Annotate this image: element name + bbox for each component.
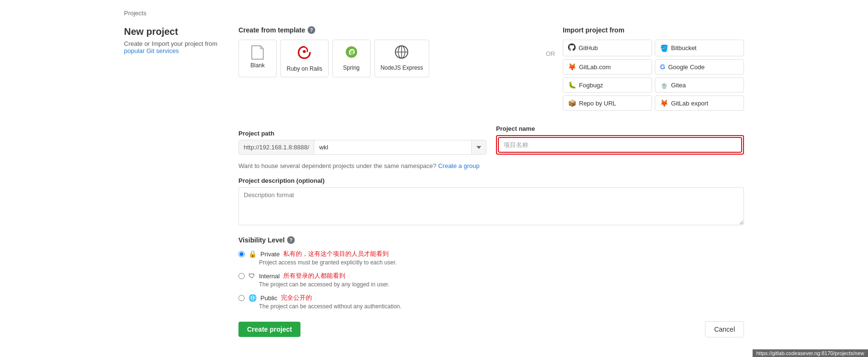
page-title: New project <box>124 26 229 37</box>
template-nodejs-label: NodeJS Express <box>381 64 423 71</box>
or-divider: OR <box>546 26 556 57</box>
visibility-private-content: 🔒 Private 私有的，这有这个项目的人员才能看到 Project acce… <box>248 250 397 266</box>
import-repourl[interactable]: 📦 Repo by URL <box>563 95 652 111</box>
path-prefix: http://192.168.1.8:8888/ <box>239 140 314 154</box>
description-group: Project description (optional) <box>238 177 744 227</box>
page-subtitle: Create or Import your project from popul… <box>124 40 229 54</box>
bitbucket-label: Bitbucket <box>671 44 696 52</box>
visibility-public-chinese: 完全公开的 <box>281 294 312 302</box>
template-grid: Blank Ruby on Rails <box>238 40 538 77</box>
popular-git-link[interactable]: popular Git services <box>124 47 179 54</box>
visibility-label: Visibility Level ? <box>238 236 744 244</box>
gitlabexport-label: GitLab export <box>671 100 708 107</box>
import-gitea[interactable]: 🍵 Gitea <box>655 77 744 93</box>
create-group-link[interactable]: Create a group <box>438 162 480 169</box>
github-icon <box>568 43 576 52</box>
import-github[interactable]: GitHub <box>563 40 652 56</box>
gitea-label: Gitea <box>671 82 686 89</box>
visibility-public-content: 🌐 Public 完全公开的 The project can be access… <box>248 294 402 310</box>
create-project-button[interactable]: Create project <box>238 322 300 337</box>
fogbugz-label: Fogbugz <box>579 82 603 89</box>
template-nodejs[interactable]: NodeJS Express <box>374 40 429 77</box>
google-icon: G <box>660 63 665 71</box>
description-textarea[interactable] <box>238 187 744 225</box>
spring-icon <box>339 45 364 63</box>
shield-icon: 🛡 <box>248 272 255 280</box>
svg-point-0 <box>303 50 306 53</box>
template-blank-label: Blank <box>245 62 270 69</box>
path-name-row: Project path http://192.168.1.8:8888/ Pr… <box>238 125 744 155</box>
import-bitbucket[interactable]: 🪣 Bitbucket <box>655 40 744 56</box>
gitea-icon: 🍵 <box>660 81 668 89</box>
path-dropdown[interactable] <box>471 140 486 154</box>
blank-icon <box>245 45 270 60</box>
template-rails[interactable]: Ruby on Rails <box>280 40 329 77</box>
bitbucket-icon: 🪣 <box>660 44 668 52</box>
visibility-private-chinese: 私有的，这有这个项目的人员才能看到 <box>283 250 389 258</box>
import-fogbugz[interactable]: 🐛 Fogbugz <box>563 77 652 93</box>
globe-icon: 🌐 <box>248 294 257 302</box>
import-googlecode[interactable]: G Google Code <box>655 59 744 74</box>
form-actions: Create project Cancel <box>238 321 744 337</box>
visibility-private: 🔒 Private 私有的，这有这个项目的人员才能看到 Project acce… <box>238 250 744 266</box>
project-name-input[interactable] <box>498 137 742 153</box>
description-label: Project description (optional) <box>238 177 744 184</box>
project-name-box <box>496 135 744 155</box>
visibility-help-icon[interactable]: ? <box>287 236 295 244</box>
project-name-label: Project name <box>496 125 744 132</box>
nodejs-icon <box>381 45 423 63</box>
repourl-icon: 📦 <box>568 99 576 107</box>
lock-icon: 🔒 <box>248 250 257 258</box>
project-form: Project path http://192.168.1.8:8888/ Pr… <box>238 125 744 337</box>
project-path-label: Project path <box>238 130 486 137</box>
repourl-label: Repo by URL <box>579 100 616 107</box>
path-input-wrapper: http://192.168.1.8:8888/ <box>238 140 486 155</box>
visibility-internal-content: 🛡 Internal 所有登录的人都能看到 The project can be… <box>248 272 390 288</box>
template-blank[interactable]: Blank <box>238 40 277 77</box>
visibility-internal-chinese: 所有登录的人都能看到 <box>283 272 345 280</box>
template-spring-label: Spring <box>339 64 364 71</box>
import-grid: GitHub 🪣 Bitbucket 🦊 GitLab.com G Go <box>563 40 744 111</box>
project-path-group: Project path http://192.168.1.8:8888/ <box>238 130 486 155</box>
breadcrumb: Projects <box>124 10 744 17</box>
project-path-input[interactable] <box>314 140 471 154</box>
visibility-private-radio[interactable] <box>238 251 245 257</box>
namespace-hint: Want to house several dependent projects… <box>238 162 744 169</box>
import-gitlab[interactable]: 🦊 GitLab.com <box>563 59 652 74</box>
googlecode-label: Google Code <box>668 63 705 71</box>
visibility-internal-desc: The project can be accessed by any logge… <box>259 281 390 288</box>
visibility-internal-radio[interactable] <box>238 273 245 279</box>
template-help-icon[interactable]: ? <box>308 26 315 34</box>
visibility-public: 🌐 Public 完全公开的 The project can be access… <box>238 294 744 310</box>
github-label: GitHub <box>579 44 598 52</box>
gitlab-label: GitLab.com <box>579 63 610 71</box>
visibility-public-name: Public <box>260 294 277 302</box>
visibility-group: Visibility Level ? 🔒 Private 私有的，这有这个项目的… <box>238 236 744 310</box>
import-gitlabexport[interactable]: 🦊 GitLab export <box>655 95 744 111</box>
visibility-private-name: Private <box>260 251 279 258</box>
gitlab-icon: 🦊 <box>568 63 576 71</box>
visibility-internal-name: Internal <box>259 273 279 280</box>
project-name-group: Project name <box>496 125 744 155</box>
visibility-internal: 🛡 Internal 所有登录的人都能看到 The project can be… <box>238 272 744 288</box>
template-rails-label: Ruby on Rails <box>287 65 322 72</box>
visibility-private-desc: Project access must be granted explicitl… <box>259 259 397 266</box>
template-spring[interactable]: Spring <box>332 40 371 77</box>
import-section-title: Import project from <box>563 26 744 34</box>
rails-icon <box>287 45 322 63</box>
fogbugz-icon: 🐛 <box>568 81 576 89</box>
visibility-public-desc: The project can be accessed without any … <box>259 303 402 310</box>
gitlabexport-icon: 🦊 <box>660 99 668 107</box>
template-section-label: Create from template ? <box>238 26 538 34</box>
visibility-public-radio[interactable] <box>238 295 245 301</box>
cancel-button[interactable]: Cancel <box>705 321 744 337</box>
